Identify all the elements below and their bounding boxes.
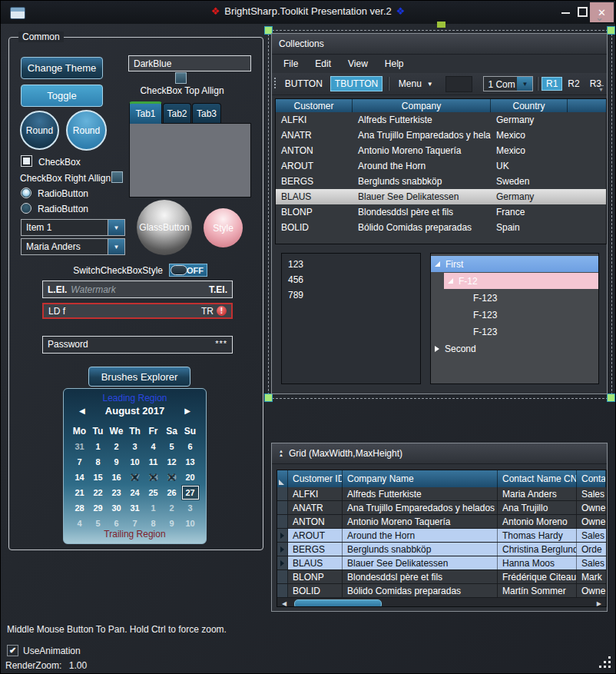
calendar-date[interactable]: 3 (181, 500, 200, 516)
glass-button[interactable]: GlassButton (137, 200, 192, 255)
toolbar-textbox[interactable] (445, 76, 473, 92)
switch-checkbox[interactable]: OFF (169, 264, 207, 277)
calendar-date[interactable]: 28 (71, 500, 89, 516)
row-header[interactable] (277, 543, 288, 556)
toolbar-radio-r2[interactable]: R2 (563, 77, 584, 91)
row-header[interactable] (277, 529, 288, 542)
calendar-date[interactable]: 13 (181, 454, 200, 470)
grid-window-title-bar[interactable]: ▲▲ Grid (MaxWidth,MaxHeight) (272, 443, 607, 464)
calendar-date[interactable]: 24 (126, 485, 144, 500)
chevron-down-icon[interactable]: ▼ (108, 220, 124, 235)
toggle-button[interactable]: Toggle (21, 85, 103, 107)
resize-handle-top-right[interactable] (607, 26, 615, 35)
row-header[interactable] (277, 584, 288, 597)
calendar-date[interactable]: 1 (89, 439, 108, 454)
round-button-dark[interactable]: Round (20, 111, 59, 150)
column-header-country[interactable]: Country (491, 99, 568, 112)
checkbox[interactable] (21, 155, 32, 167)
horizontal-scrollbar[interactable]: ◀ ▶ (277, 598, 606, 607)
column-header-contact-name-cn[interactable]: Contact Name CN (498, 470, 577, 487)
expander-closed-icon[interactable] (435, 346, 439, 352)
table-row[interactable]: BLONPBlondesddsl père et filsFrance (276, 204, 606, 220)
table-row[interactable]: BLAUSBlauer See DelikatessenGermany (276, 189, 606, 204)
toolbar-button[interactable]: BUTTON (279, 78, 329, 89)
brushes-explorer-button[interactable]: Brushes Explorer (88, 367, 190, 387)
maximize-icon[interactable] (578, 7, 588, 17)
tree-item-f-123[interactable]: F-123 (459, 307, 598, 323)
table-row[interactable]: AROUTAround the HornUK (276, 158, 606, 174)
radio-button-1[interactable] (21, 188, 31, 198)
radio-button-2[interactable] (21, 203, 31, 214)
table-row[interactable]: BOLIDBólido Comidas preparadasSpain (276, 220, 606, 235)
tree-item-f-123[interactable]: F-123 (459, 290, 598, 306)
tree-item-second[interactable]: Second (431, 340, 598, 357)
column-header-company-name[interactable]: Company Name (343, 470, 498, 487)
calendar-date[interactable]: 1 (144, 500, 163, 516)
table-row[interactable]: BERGSBerglunds snabbköpChristina Berglun… (277, 543, 606, 556)
menu-item-file[interactable]: File (275, 58, 306, 69)
calendar-date[interactable]: 31 (126, 500, 144, 516)
checkbox-right-align[interactable] (111, 171, 123, 183)
item-combobox[interactable]: Item 1 ▼ (21, 219, 125, 236)
minimize-icon[interactable] (561, 12, 570, 14)
calendar-prev-icon[interactable]: ◀ (79, 407, 85, 415)
calendar-date[interactable]: 29 (89, 500, 108, 516)
calendar-date[interactable]: 27 (181, 485, 200, 500)
table-row[interactable]: ALFKIAlfreds FutterkisteMaria AndersSale… (277, 487, 606, 501)
calendar-date[interactable]: 2 (108, 439, 126, 454)
calendar-date[interactable]: 18 (144, 470, 163, 485)
calendar-date[interactable]: 31 (71, 439, 89, 454)
collections-title-bar[interactable]: Collections (272, 34, 607, 55)
table-row[interactable]: AROUTAround the HornThomas HardySales (277, 529, 606, 543)
calendar-date[interactable]: 4 (144, 439, 163, 454)
menu-item-edit[interactable]: Edit (306, 58, 339, 69)
row-header[interactable] (277, 501, 288, 514)
darkblue-textbox[interactable]: DarkBlue (128, 55, 251, 71)
calendar-date[interactable]: 2 (163, 500, 181, 516)
round-button-light[interactable]: Round (66, 110, 107, 151)
menu-item-view[interactable]: View (339, 58, 376, 69)
toolbar-grip[interactable] (274, 78, 276, 90)
resize-grip[interactable] (599, 656, 611, 669)
row-header[interactable] (277, 556, 288, 569)
tree-item-f-123[interactable]: F-123 (459, 324, 598, 340)
calendar-date[interactable]: 8 (89, 454, 108, 470)
column-header-customer[interactable]: Customer (276, 99, 353, 112)
toolbar-menu-button[interactable]: Menu ▼ (392, 78, 439, 89)
column-header-customer-id[interactable]: Customer ID (288, 470, 343, 487)
calendar-date[interactable]: 22 (89, 485, 108, 500)
calendar-date[interactable]: 11 (144, 454, 163, 470)
tab-tab1[interactable]: Tab1 (129, 101, 162, 124)
calendar-date[interactable]: 10 (126, 454, 144, 470)
menu-item-help[interactable]: Help (376, 58, 412, 69)
toolbar-radio-r1[interactable]: R1 (541, 77, 562, 91)
tree-item-first[interactable]: First (431, 256, 598, 272)
calendar-date[interactable]: 6 (181, 439, 200, 454)
column-header-conta[interactable]: Conta (577, 470, 606, 487)
collapse-pin-icon[interactable]: ▲▲ (279, 450, 283, 457)
scroll-right-icon[interactable]: ▶ (597, 600, 601, 607)
toolbar-overflow-icon[interactable]: ▼ (598, 85, 604, 91)
calendar-date[interactable]: 5 (163, 439, 181, 454)
calendar-date[interactable]: 25 (144, 485, 163, 500)
tab-tab3[interactable]: Tab3 (192, 103, 221, 124)
watermark-textbox[interactable]: L.EI. Watermark T.EI. (42, 281, 233, 298)
checkbox-top-align[interactable] (175, 72, 187, 84)
password-field[interactable]: Password *** (42, 336, 233, 354)
switch-knob[interactable] (171, 265, 187, 275)
error-textbox[interactable]: LD f TR ! (42, 303, 233, 319)
title-bar[interactable]: ❖BrightSharp.Toolkit Presentation ver.2❖… (1, 1, 615, 24)
customer-combobox[interactable]: Maria Anders ▼ (21, 238, 125, 255)
select-all-corner[interactable] (277, 470, 288, 487)
calendar-date[interactable]: 9 (108, 454, 126, 470)
scroll-left-icon[interactable]: ◀ (282, 600, 286, 607)
calendar-date[interactable]: 30 (108, 500, 126, 516)
calendar-date[interactable]: 16 (108, 470, 126, 485)
scrollbar-thumb[interactable] (294, 599, 382, 607)
calendar-date[interactable]: 15 (89, 470, 108, 485)
table-row[interactable]: BLONPBlondesddsl père et filsFrédérique … (277, 570, 606, 584)
column-header-company[interactable]: Company (353, 99, 491, 112)
resize-handle-bottom-left[interactable] (264, 393, 273, 402)
expander-open-icon[interactable] (435, 261, 440, 267)
table-row[interactable]: ANATRAna Trujillo Emparedados y heladosA… (277, 501, 606, 515)
